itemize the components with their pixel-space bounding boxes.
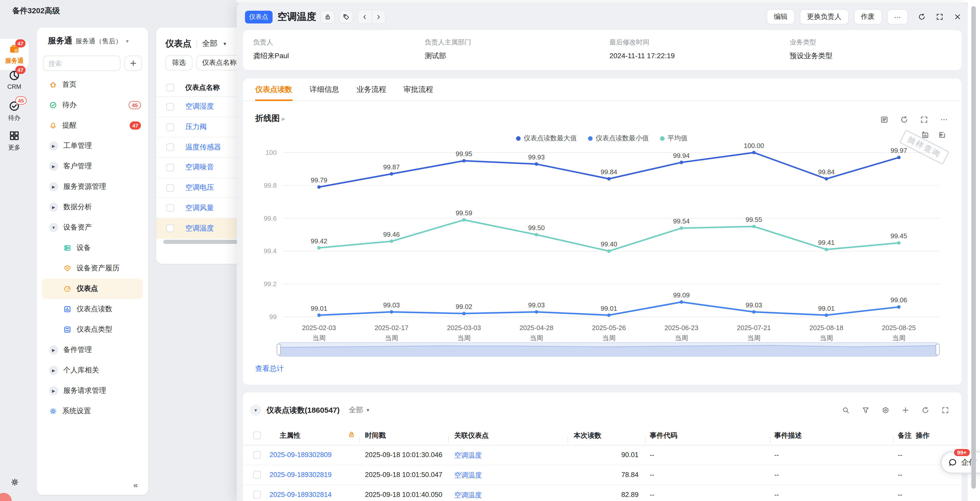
close-icon[interactable]	[953, 13, 962, 21]
next-record-button[interactable]	[371, 10, 385, 24]
row-checkbox[interactable]	[166, 225, 174, 232]
column-header[interactable]: 备注	[898, 431, 912, 440]
sidebar-item-服务请求管理[interactable]: ▶服务请求管理	[37, 381, 148, 401]
meter-link[interactable]: 空调湿度	[185, 102, 214, 111]
cell-id[interactable]: 2025-09-189302809	[269, 451, 331, 459]
more-actions-button[interactable]: ···	[887, 9, 908, 24]
sidebar-item-设备[interactable]: 设备	[37, 238, 148, 258]
sidebar-item-数据分析[interactable]: ▶数据分析	[37, 197, 148, 217]
sidebar-item-备件管理[interactable]: ▶备件管理	[37, 340, 148, 360]
cell-id[interactable]: 2025-09-189302819	[269, 471, 331, 479]
nav-add-button[interactable]	[124, 55, 142, 71]
meter-link[interactable]: 温度传感器	[185, 143, 221, 152]
sidebar-item-个人库相关[interactable]: ▶个人库相关	[37, 360, 148, 381]
cell-meter[interactable]: 空调温度	[454, 471, 482, 480]
meter-link[interactable]: 空调噪音	[185, 163, 214, 172]
sidebar-item-首页[interactable]: 首页	[37, 75, 148, 95]
column-header[interactable]: 事件代码	[650, 431, 677, 440]
meter-link[interactable]: 空调温度	[185, 224, 214, 233]
sidebar-item-仪表点类型[interactable]: 仪表点类型	[37, 319, 148, 340]
collapse-sidebar-icon[interactable]: «	[133, 480, 138, 490]
sidebar-item-客户管理[interactable]: ▶客户管理	[37, 156, 148, 176]
chart-refresh-icon[interactable]	[900, 115, 908, 124]
sidebar-item-提醒[interactable]: 提醒47	[37, 115, 148, 136]
chart-more-icon[interactable]	[940, 115, 948, 124]
tab-仪表点读数[interactable]: 仪表点读数	[255, 78, 292, 101]
vertical-scrollbar[interactable]	[971, 6, 976, 489]
meter-link[interactable]: 空调电压	[185, 183, 214, 192]
table-row[interactable]: 2025-09-1893028142025-09-18 10:01:40.050…	[243, 485, 962, 501]
column-header[interactable]: 本次读数	[574, 431, 601, 440]
tab-审批流程[interactable]: 审批流程	[404, 78, 433, 101]
chevron-down-icon[interactable]: ▼	[223, 41, 227, 46]
cell-meter[interactable]: 空调温度	[454, 451, 482, 460]
datazoom-right-handle[interactable]	[935, 344, 940, 355]
cell-meter[interactable]: 空调温度	[454, 491, 482, 500]
readings-scope[interactable]: 全部▼	[349, 406, 370, 415]
section-collapse-icon[interactable]: ▼	[250, 404, 261, 416]
chart-fullscreen-icon[interactable]	[920, 115, 928, 124]
search-icon[interactable]	[842, 406, 850, 414]
app-switcher[interactable]: 服务通 服务通（售后） ▼	[48, 36, 130, 46]
column-header[interactable]: 事件描述	[774, 431, 802, 440]
column-header[interactable]: 主属性	[280, 431, 301, 440]
row-checkbox[interactable]	[166, 103, 174, 111]
refresh-icon[interactable]	[918, 13, 926, 21]
sidebar-item-服务资源管理[interactable]: ▶服务资源管理	[37, 176, 148, 197]
column-header[interactable]: 关联仪表点	[454, 431, 489, 440]
row-checkbox[interactable]	[166, 143, 174, 151]
row-checkbox[interactable]	[166, 123, 174, 131]
row-checkbox[interactable]	[253, 491, 261, 498]
sidebar-item-仪表点读数[interactable]: 仪表点读数	[37, 299, 148, 319]
meter-link[interactable]: 空调风量	[185, 204, 214, 213]
column-header[interactable]: 操作	[916, 431, 929, 440]
field-负责人主属部门: 负责人主属部门测试部	[425, 38, 471, 61]
view-total-link[interactable]: 查看总计	[255, 364, 284, 373]
row-checkbox[interactable]	[253, 471, 261, 479]
readings-icon	[63, 305, 72, 313]
nav-search-input[interactable]	[43, 55, 121, 71]
chart-data-view-icon[interactable]	[880, 115, 889, 124]
tab-业务流程[interactable]: 业务流程	[356, 78, 386, 101]
row-checkbox[interactable]	[166, 184, 174, 192]
tab-详细信息[interactable]: 详细信息	[310, 78, 339, 101]
change-owner-button[interactable]: 更换负责人	[800, 9, 849, 24]
rail-settings-gear-icon[interactable]	[10, 477, 19, 487]
void-button[interactable]: 作废	[854, 9, 882, 24]
rail-item-更多[interactable]: 更多	[0, 130, 29, 152]
select-all-checkbox[interactable]	[253, 431, 261, 439]
table-row[interactable]: 2025-09-1893028192025-09-18 10:01:50.047…	[243, 465, 962, 485]
datazoom-slider[interactable]	[278, 342, 938, 357]
sidebar-item-工单管理[interactable]: ▶工单管理	[37, 136, 148, 156]
sidebar-item-仪表点[interactable]: 仪表点	[42, 279, 143, 299]
filter-icon[interactable]	[862, 406, 870, 414]
rail-item-CRM[interactable]: 47CRM	[0, 70, 29, 90]
sidebar-item-设备资产[interactable]: ▼设备资产	[37, 217, 148, 238]
select-all-checkbox[interactable]	[166, 84, 174, 91]
column-settings-icon[interactable]	[881, 406, 890, 414]
row-checkbox[interactable]	[253, 451, 261, 459]
table-row[interactable]: 2025-09-1893028092025-09-18 10:01:30.046…	[243, 446, 962, 465]
chart-collapse-icon[interactable]: ▶	[282, 116, 285, 121]
tag-icon[interactable]	[339, 10, 353, 24]
cell-id[interactable]: 2025-09-189302814	[269, 491, 331, 498]
table-refresh-icon[interactable]	[921, 406, 929, 414]
row-checkbox[interactable]	[166, 164, 174, 171]
edit-button[interactable]: 编辑	[767, 9, 795, 24]
table-fullscreen-icon[interactable]	[941, 406, 950, 414]
filter-button[interactable]: 筛选	[165, 55, 192, 70]
datazoom-left-handle[interactable]	[277, 344, 281, 355]
fullscreen-icon[interactable]	[935, 13, 944, 21]
rail-item-服务通[interactable]: 47服务通	[0, 39, 29, 70]
sidebar-item-设备资产履历[interactable]: 设备资产履历	[37, 258, 148, 279]
column-header[interactable]: 时间戳	[365, 431, 386, 440]
unlock-icon[interactable]	[320, 10, 334, 24]
add-record-icon[interactable]	[901, 406, 910, 414]
rail-item-待办[interactable]: 45待办	[0, 100, 29, 122]
sidebar-item-系统设置[interactable]: 系统设置	[37, 401, 148, 422]
row-checkbox[interactable]	[166, 205, 174, 212]
prev-record-button[interactable]	[358, 10, 371, 24]
list-scope[interactable]: 全部	[202, 39, 218, 49]
sidebar-item-待办[interactable]: 待办45	[37, 95, 148, 115]
meter-link[interactable]: 压力阀	[185, 122, 207, 132]
